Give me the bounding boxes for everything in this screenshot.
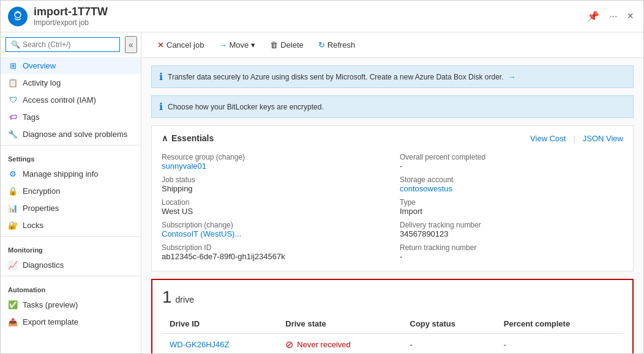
refresh-button[interactable]: ↻ Refresh	[312, 37, 362, 53]
error-icon: ⊘	[285, 339, 293, 350]
encryption-icon: 🔒	[8, 186, 18, 196]
essentials-section: ∧ Essentials View Cost | JSON View Reso	[151, 125, 634, 271]
info-banner: ℹ Transfer data securely to Azure using …	[151, 65, 634, 88]
export-icon: 📤	[8, 317, 18, 326]
sidebar-item-locks[interactable]: 🔐 Locks	[1, 216, 141, 234]
field-value-link[interactable]: contosowestus	[400, 184, 623, 193]
essentials-actions: View Cost | JSON View	[530, 134, 623, 143]
drive-id-link[interactable]: WD-GK26HJ46Z	[170, 340, 230, 349]
shipping-icon: ⚙	[8, 169, 18, 179]
sidebar-item-label: Export template	[23, 317, 78, 326]
info-icon: ℹ	[159, 71, 163, 83]
field-job-status: Job status Shipping	[162, 173, 385, 196]
title-actions: 📌 ··· ×	[585, 7, 636, 25]
sidebar-item-label: Overview	[23, 61, 56, 70]
field-label: Location	[162, 198, 385, 207]
info-text: Transfer data securely to Azure using di…	[168, 73, 503, 81]
view-cost-link[interactable]: View Cost	[530, 134, 566, 143]
refresh-label: Refresh	[328, 40, 356, 50]
sidebar-item-overview[interactable]: ⊞ Overview	[1, 57, 141, 74]
sidebar-item-encryption[interactable]: 🔒 Encryption	[1, 182, 141, 199]
copy-status-cell: -	[403, 334, 496, 354]
move-icon: →	[219, 40, 227, 50]
field-label: Storage account	[400, 175, 623, 184]
drive-count: 1	[162, 287, 172, 307]
field-value: -	[400, 252, 623, 261]
essentials-grid: Resource group (change) sunnyvale01 Job …	[162, 150, 623, 264]
field-label: Overall percent completed	[400, 153, 623, 161]
sidebar-item-diagnostics[interactable]: 📈 Diagnostics	[1, 256, 141, 273]
toolbar: ✕ Cancel job → Move ▾ 🗑 Delete ↻ Refresh	[141, 32, 643, 58]
sidebar-item-activity-log[interactable]: 📋 Activity log	[1, 74, 141, 91]
access-control-icon: 🛡	[8, 95, 18, 105]
locks-icon: 🔐	[8, 220, 18, 230]
diagnose-icon: 🔧	[8, 129, 18, 139]
field-label: Return tracking number	[400, 243, 623, 252]
sidebar-item-label: Tasks (preview)	[23, 300, 78, 309]
resource-title: import-1T7TW	[34, 6, 585, 18]
svg-point-0	[15, 12, 21, 18]
table-row: WD-GK26HJ46Z ⊘ Never received - -	[162, 334, 623, 354]
bitlocker-text: Choose how your BitLocker keys are encry…	[168, 103, 324, 111]
field-value-link[interactable]: ContosoIT (WestUS)...	[162, 229, 385, 238]
sidebar-item-label: Diagnostics	[23, 260, 64, 270]
drive-header: 1 drive	[162, 287, 623, 307]
tags-icon: 🏷	[8, 112, 18, 122]
field-value: ab12345c-6de7-89f0-gh1ij234567k	[162, 252, 385, 261]
close-button[interactable]: ×	[624, 7, 636, 25]
automation-section-label: Automation	[1, 279, 141, 296]
move-chevron-icon: ▾	[251, 40, 255, 50]
col-drive-state: Drive state	[278, 314, 402, 334]
settings-section-label: Settings	[1, 148, 141, 165]
move-button[interactable]: → Move ▾	[212, 37, 261, 53]
sidebar-item-export[interactable]: 📤 Export template	[1, 313, 141, 330]
delete-button[interactable]: 🗑 Delete	[264, 37, 310, 53]
sidebar-item-tags[interactable]: 🏷 Tags	[1, 108, 141, 125]
cancel-job-button[interactable]: ✕ Cancel job	[151, 37, 210, 53]
sidebar: 🔍 « ⊞ Overview 📋 Activity log 🛡 Access c…	[1, 32, 141, 353]
field-value-link[interactable]: sunnyvale01	[162, 161, 385, 171]
bitlocker-icon: ℹ	[159, 101, 163, 112]
pin-button[interactable]: 📌	[585, 8, 602, 24]
sidebar-item-access-control[interactable]: 🛡 Access control (IAM)	[1, 91, 141, 108]
diagnostics-icon: 📈	[8, 260, 18, 270]
drive-state-text: Never received	[297, 340, 350, 349]
sidebar-item-label: Diagnose and solve problems	[23, 130, 127, 139]
sidebar-item-label: Locks	[23, 221, 43, 230]
drive-section: 1 drive Drive ID Drive state Copy status…	[151, 279, 634, 353]
sidebar-item-diagnose[interactable]: 🔧 Diagnose and solve problems	[1, 125, 141, 142]
overview-icon: ⊞	[8, 61, 18, 70]
essentials-header: ∧ Essentials View Cost | JSON View	[162, 133, 623, 143]
field-value: Import	[400, 207, 623, 216]
sidebar-item-shipping[interactable]: ⚙ Manage shipping info	[1, 165, 141, 182]
sidebar-collapse-button[interactable]: «	[125, 36, 137, 53]
drive-state-cell: ⊘ Never received	[278, 334, 402, 354]
field-location: Location West US	[162, 196, 385, 218]
col-copy-status: Copy status	[403, 314, 496, 334]
title-bar: import-1T7TW Import/export job 📌 ··· ×	[1, 1, 643, 32]
fields-left: Resource group (change) sunnyvale01 Job …	[162, 150, 385, 264]
tasks-icon: ✅	[8, 300, 18, 309]
resource-subtitle: Import/export job	[34, 18, 585, 27]
field-value: -	[400, 161, 623, 171]
json-view-link[interactable]: JSON View	[583, 134, 623, 143]
percent-complete-cell: -	[496, 334, 623, 354]
cancel-label: Cancel job	[167, 40, 204, 50]
field-storage-account: Storage account contosowestus	[400, 173, 623, 196]
field-overall-percent: Overall percent completed -	[400, 150, 623, 173]
field-value: West US	[162, 207, 385, 216]
sidebar-item-properties[interactable]: 📊 Properties	[1, 199, 141, 216]
col-drive-id: Drive ID	[162, 314, 278, 334]
drive-label: drive	[176, 295, 194, 304]
sidebar-item-tasks[interactable]: ✅ Tasks (preview)	[1, 296, 141, 313]
fields-right: Overall percent completed - Storage acco…	[400, 150, 623, 264]
essentials-title: ∧ Essentials	[162, 133, 214, 143]
sidebar-item-label: Encryption	[23, 186, 60, 196]
activity-log-icon: 📋	[8, 78, 18, 87]
drive-table: Drive ID Drive state Copy status Percent…	[162, 314, 623, 353]
info-link[interactable]: →	[508, 73, 515, 81]
sidebar-item-label: Tags	[23, 112, 39, 122]
more-button[interactable]: ···	[607, 9, 620, 24]
search-input[interactable]	[23, 40, 114, 49]
field-type: Type Import	[400, 196, 623, 218]
